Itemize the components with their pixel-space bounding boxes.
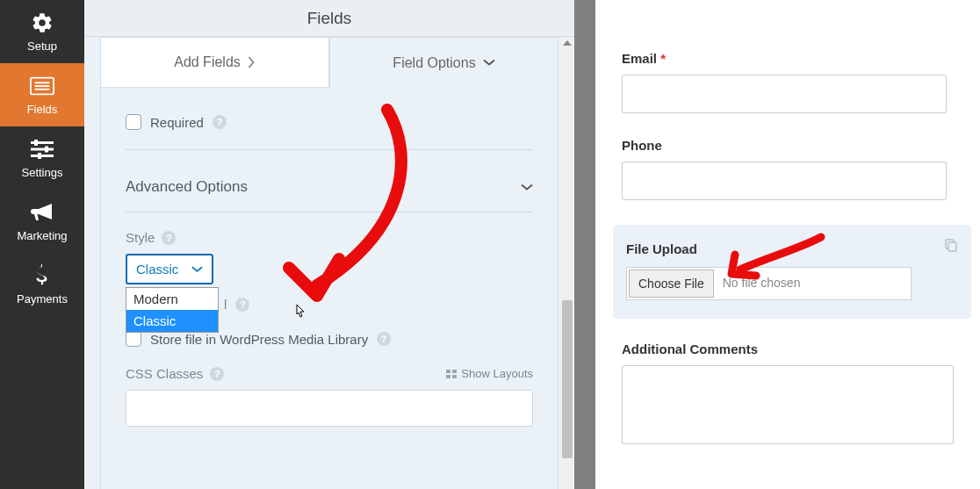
show-layouts-link[interactable]: Show Layouts xyxy=(446,367,533,380)
choose-file-button[interactable]: Choose File xyxy=(629,270,714,298)
help-icon[interactable]: ? xyxy=(213,115,227,129)
sidebar: Setup Fields Settings Marketing Payments xyxy=(0,0,84,489)
phone-input[interactable] xyxy=(622,162,947,200)
scroll-up-icon[interactable] xyxy=(560,37,574,49)
svg-rect-10 xyxy=(446,370,450,373)
store-file-label: Store file in WordPress Media Library xyxy=(150,332,368,347)
sidebar-item-label: Fields xyxy=(27,103,58,116)
svg-rect-12 xyxy=(446,375,450,378)
tab-bar: Add Fields Field Options xyxy=(100,37,558,88)
sidebar-item-label: Settings xyxy=(22,166,63,179)
sliders-icon xyxy=(30,139,54,160)
sidebar-item-setup[interactable]: Setup xyxy=(0,0,84,63)
comments-textarea[interactable] xyxy=(622,365,954,444)
chevron-down-icon xyxy=(521,183,533,191)
css-classes-input[interactable] xyxy=(126,390,533,427)
sidebar-item-marketing[interactable]: Marketing xyxy=(0,190,84,253)
bullhorn-icon xyxy=(30,202,54,223)
email-label: Email * xyxy=(622,51,954,66)
svg-rect-13 xyxy=(452,375,457,378)
style-label: Style ? xyxy=(126,230,533,245)
help-icon[interactable]: ? xyxy=(235,298,249,312)
file-upload-block[interactable]: File Upload Choose File No file chosen xyxy=(613,225,971,319)
tab-add-fields[interactable]: Add Fields xyxy=(100,37,329,88)
sidebar-item-label: Marketing xyxy=(17,229,67,242)
tab-label: Field Options xyxy=(393,55,475,71)
svg-rect-8 xyxy=(45,147,48,153)
tab-field-options[interactable]: Field Options xyxy=(329,37,558,88)
svg-rect-15 xyxy=(948,242,956,251)
svg-rect-7 xyxy=(34,140,38,146)
required-label: Required xyxy=(150,115,204,130)
svg-rect-11 xyxy=(452,370,457,373)
advanced-title: Advanced Options xyxy=(126,178,248,196)
help-icon[interactable]: ? xyxy=(377,332,391,346)
style-dropdown: Modern Classic xyxy=(126,287,219,333)
advanced-toggle[interactable]: Advanced Options xyxy=(126,168,533,212)
comments-label: Additional Comments xyxy=(622,342,954,356)
grid-icon xyxy=(446,370,457,378)
css-classes-label: CSS Classes ? xyxy=(126,366,224,381)
sidebar-item-label: Setup xyxy=(27,40,57,53)
chevron-right-icon xyxy=(248,56,256,68)
store-file-row: Store file in WordPress Media Library ? xyxy=(126,331,533,347)
svg-rect-6 xyxy=(31,155,54,157)
duplicate-icon[interactable] xyxy=(944,238,958,255)
required-checkbox[interactable] xyxy=(126,114,141,130)
svg-rect-4 xyxy=(31,141,54,144)
panel-divider xyxy=(574,0,595,489)
chevron-down-icon xyxy=(483,59,495,67)
sidebar-item-label: Payments xyxy=(17,292,68,306)
scrollbar[interactable] xyxy=(560,37,574,489)
svg-rect-5 xyxy=(31,148,54,151)
help-icon[interactable]: ? xyxy=(210,367,224,381)
list-icon xyxy=(30,76,54,97)
scroll-thumb[interactable] xyxy=(562,300,573,458)
email-input[interactable] xyxy=(622,75,947,113)
store-file-checkbox[interactable] xyxy=(126,331,141,347)
dollar-icon xyxy=(30,265,54,286)
sidebar-item-settings[interactable]: Settings xyxy=(0,126,84,190)
page-title: Fields xyxy=(84,0,574,37)
phone-label: Phone xyxy=(622,138,954,153)
sidebar-item-fields[interactable]: Fields xyxy=(0,63,84,126)
chevron-down-icon xyxy=(191,266,203,273)
file-input[interactable]: Choose File No file chosen xyxy=(626,267,912,300)
file-upload-label: File Upload xyxy=(626,241,958,256)
partially-hidden-label: l ? xyxy=(224,297,533,312)
help-icon[interactable]: ? xyxy=(162,231,176,245)
style-value: Classic xyxy=(136,262,178,277)
style-option-modern[interactable]: Modern xyxy=(126,288,218,310)
form-preview: Email * Phone File Upload Choose File No… xyxy=(595,0,980,489)
style-select[interactable]: Classic Modern Classic xyxy=(126,254,213,284)
tab-label: Add Fields xyxy=(174,54,241,70)
options-panel: Fields Add Fields Field Options Required… xyxy=(84,0,574,489)
required-row: Required ? xyxy=(126,107,533,150)
style-option-classic[interactable]: Classic xyxy=(126,310,218,332)
gear-icon xyxy=(30,12,54,33)
no-file-text: No file chosen xyxy=(716,268,808,299)
sidebar-item-payments[interactable]: Payments xyxy=(0,253,84,316)
svg-rect-9 xyxy=(38,153,41,159)
required-indicator: * xyxy=(657,51,666,66)
